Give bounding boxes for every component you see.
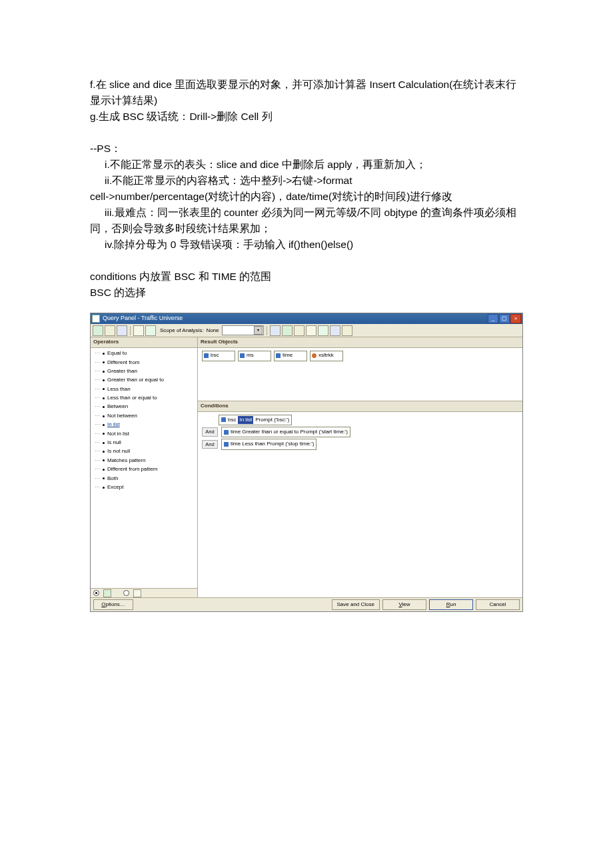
bullet-icon: [103, 459, 105, 461]
tree-connector: ⋯: [95, 349, 100, 357]
operator-item[interactable]: ⋯Less than: [95, 385, 193, 393]
bullet-icon: [103, 388, 105, 390]
result-object[interactable]: time: [274, 351, 307, 361]
scope-combo[interactable]: ▾: [222, 325, 264, 335]
result-objects-panel: Result Objects bsc ms time xsltrkk: [198, 337, 522, 401]
result-object[interactable]: ms: [238, 351, 271, 361]
bullet-icon: [103, 477, 105, 479]
operator-item[interactable]: ⋯Is null: [95, 439, 193, 447]
toolbar-icon[interactable]: [270, 325, 281, 336]
toolbar-icon[interactable]: [282, 325, 293, 336]
para-ii-2: cell->number/percentage(对统计的内容)，date/tim…: [90, 189, 523, 205]
condition-row[interactable]: bsc In list Prompt ('bsc:'): [202, 415, 518, 425]
operator-item[interactable]: ⋯Not in list: [95, 429, 193, 438]
bullet-icon: [103, 424, 105, 426]
operator-label: Not in list: [107, 430, 129, 438]
operator-item[interactable]: ⋯Greater than: [95, 367, 193, 375]
operator-item[interactable]: ⋯Different from pattern: [95, 465, 193, 474]
tree-connector: ⋯: [95, 457, 100, 465]
operators-panel: Operators ⋯Equal to⋯Different from⋯Great…: [91, 337, 198, 597]
view-button[interactable]: View: [382, 599, 426, 610]
window-title: Query Panel - Traffic Universe: [103, 314, 183, 323]
operator-label: In list: [107, 421, 120, 429]
radio-left[interactable]: [93, 590, 99, 596]
tree-connector: ⋯: [95, 447, 100, 455]
operator-label: Different from pattern: [107, 465, 157, 473]
operator-item[interactable]: ⋯Not between: [95, 411, 193, 420]
tree-connector: ⋯: [95, 394, 100, 402]
toolbar-separator: [267, 326, 267, 335]
tree-connector: ⋯: [95, 403, 100, 411]
left-panel-footer: [91, 588, 197, 597]
radio-right[interactable]: [123, 590, 129, 596]
operator-label: Both: [107, 475, 118, 483]
para-i: i.不能正常显示的表头：slice and dice 中删除后 apply，再重…: [90, 157, 523, 173]
toolbar-icon[interactable]: [145, 325, 156, 336]
toolbar-icon[interactable]: [117, 325, 127, 336]
operator-item[interactable]: ⋯Equal to: [95, 349, 193, 358]
tree-connector: ⋯: [95, 475, 100, 483]
result-object[interactable]: bsc: [202, 351, 235, 361]
bullet-icon: [103, 433, 105, 435]
operator-item[interactable]: ⋯Matches pattern: [95, 456, 193, 465]
toolbar-icon[interactable]: [318, 325, 328, 336]
bullet-icon: [103, 371, 105, 373]
toolbar-icon[interactable]: [294, 325, 305, 336]
chevron-down-icon: ▾: [254, 326, 263, 335]
operator-item[interactable]: ⋯Different from: [95, 358, 193, 367]
operator-item[interactable]: ⋯Both: [95, 474, 193, 483]
help-icon[interactable]: [342, 325, 352, 336]
embedded-screenshot: Query Panel - Traffic Universe _ ▢ × Sco…: [90, 313, 523, 612]
save-close-button[interactable]: Save and Close: [332, 599, 380, 610]
options-button[interactable]: Options…: [93, 599, 133, 610]
bullet-icon: [103, 353, 105, 355]
operators-header: Operators: [91, 337, 197, 347]
dimension-icon: [204, 353, 209, 358]
operator-label: Greater than: [107, 367, 137, 375]
para-ii-1: ii.不能正常显示的内容格式：选中整列->右键->format: [90, 173, 523, 189]
tree-connector: ⋯: [95, 430, 100, 438]
maximize-button[interactable]: ▢: [499, 314, 510, 323]
bullet-icon: [103, 361, 105, 363]
toolbar-icon[interactable]: [133, 325, 144, 336]
close-button[interactable]: ×: [510, 314, 521, 323]
condition-row[interactable]: And time Less than Prompt ('stop time:'): [202, 439, 518, 449]
operator-label: Different from: [107, 359, 139, 367]
toolbar-icon[interactable]: [306, 325, 316, 336]
para-f: f.在 slice and dice 里面选取要显示的对象，并可添加计算器 In…: [90, 77, 523, 109]
toolbar-icon[interactable]: [105, 325, 115, 336]
operator-label: Less than: [107, 385, 131, 393]
operator-item[interactable]: ⋯Less than or equal to: [95, 394, 193, 403]
toolbar-icon[interactable]: [93, 325, 103, 336]
run-button[interactable]: Run: [429, 599, 473, 610]
tree-connector: ⋯: [95, 483, 100, 491]
bullet-icon: [103, 397, 105, 399]
operator-item[interactable]: ⋯Except: [95, 483, 193, 491]
condition-row[interactable]: And time Greater than or equal to Prompt…: [202, 427, 518, 437]
tree-connector: ⋯: [95, 367, 100, 375]
cancel-button[interactable]: Cancel: [476, 599, 520, 610]
minimize-button[interactable]: _: [488, 314, 498, 323]
operator-label: Is null: [107, 439, 121, 447]
bottom-bar: Options… Save and Close View Run Cancel: [91, 597, 522, 611]
para-g: g.生成 BSC 级话统：Drill->删除 Cell 列: [90, 109, 523, 125]
tree-connector: ⋯: [95, 421, 100, 429]
measure-icon: [312, 353, 316, 358]
operator-label: Matches pattern: [107, 457, 145, 465]
operator-item[interactable]: ⋯Is not null: [95, 447, 193, 456]
and-operator[interactable]: And: [202, 440, 218, 449]
operator-item[interactable]: ⋯Greater than or equal to: [95, 376, 193, 385]
operator-item[interactable]: ⋯Between: [95, 403, 193, 411]
bullet-icon: [103, 442, 105, 444]
operator-label: Except: [107, 483, 123, 491]
dimension-icon: [221, 417, 226, 422]
dimension-icon: [224, 442, 229, 447]
scope-label: Scope of Analysis:: [160, 327, 203, 335]
toolbar-icon[interactable]: [330, 325, 340, 336]
operator-item[interactable]: ⋯In list: [95, 421, 193, 429]
bullet-icon: [103, 469, 105, 471]
dimension-icon: [276, 353, 281, 358]
result-object[interactable]: xsltrkk: [310, 351, 343, 361]
bullet-icon: [103, 415, 105, 417]
and-operator[interactable]: And: [202, 427, 218, 437]
